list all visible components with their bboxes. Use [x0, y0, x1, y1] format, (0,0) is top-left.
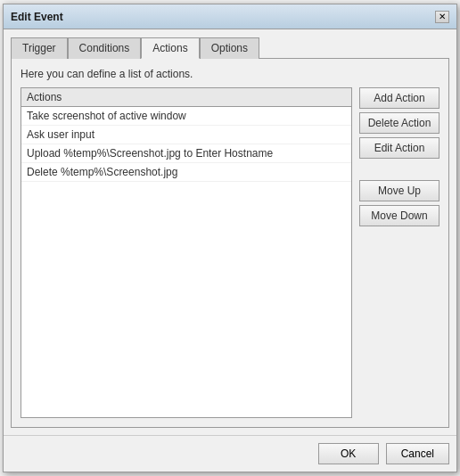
button-spacer: [359, 162, 439, 176]
actions-list-header: Actions: [21, 88, 351, 107]
tab-trigger[interactable]: Trigger: [11, 37, 68, 59]
list-item[interactable]: Delete %temp%\Screenshot.jpg: [21, 163, 351, 182]
edit-action-button[interactable]: Edit Action: [359, 137, 439, 159]
list-item[interactable]: Upload %temp%\Screenshot.jpg to Enter Ho…: [21, 144, 351, 163]
tab-panel-actions: Here you can define a list of actions. A…: [11, 58, 449, 428]
list-item[interactable]: Ask user input: [21, 126, 351, 144]
ok-button[interactable]: OK: [318, 443, 379, 464]
add-action-button[interactable]: Add Action: [359, 87, 439, 109]
tab-conditions[interactable]: Conditions: [68, 37, 142, 59]
tab-actions[interactable]: Actions: [141, 37, 199, 59]
dialog-content: Trigger Conditions Actions Options Here …: [4, 29, 456, 435]
move-up-button[interactable]: Move Up: [359, 180, 439, 201]
close-button[interactable]: ✕: [435, 11, 449, 23]
tabs-bar: Trigger Conditions Actions Options: [11, 37, 449, 58]
list-item[interactable]: Take screenshot of active window: [21, 107, 351, 126]
dialog-title: Edit Event: [11, 11, 63, 23]
tab-options[interactable]: Options: [200, 37, 259, 59]
cancel-button[interactable]: Cancel: [386, 443, 449, 464]
edit-event-dialog: Edit Event ✕ Trigger Conditions Actions …: [3, 4, 457, 472]
title-bar: Edit Event ✕: [4, 4, 456, 29]
move-down-button[interactable]: Move Down: [359, 205, 439, 226]
delete-action-button[interactable]: Delete Action: [359, 112, 439, 134]
panel-body: Actions Take screenshot of active window…: [21, 87, 439, 418]
dialog-footer: OK Cancel: [4, 435, 456, 472]
description-text: Here you can define a list of actions.: [21, 68, 439, 80]
buttons-panel: Add Action Delete Action Edit Action Mov…: [359, 87, 439, 418]
actions-list: Take screenshot of active window Ask use…: [21, 107, 351, 417]
actions-list-container: Actions Take screenshot of active window…: [21, 87, 352, 418]
